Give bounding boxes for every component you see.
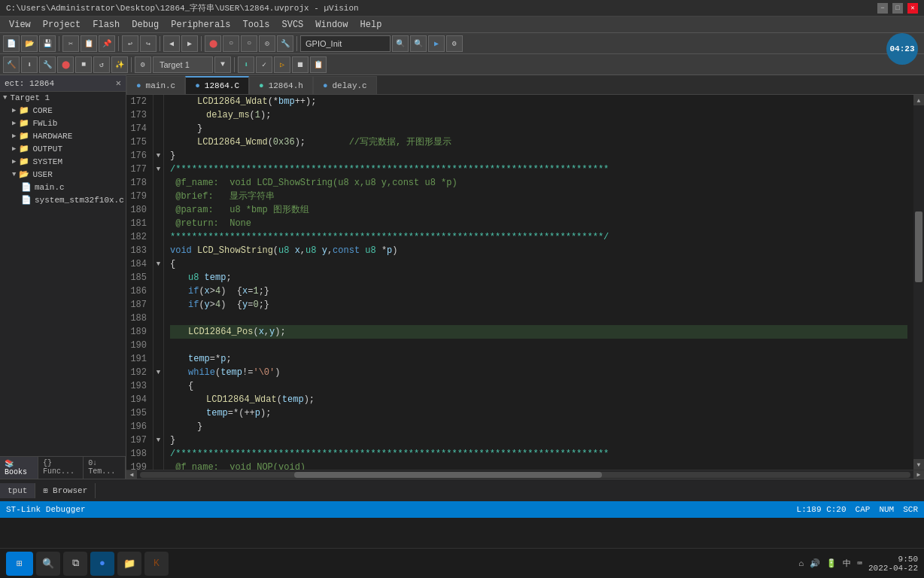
fold-176[interactable]: ▼: [157, 152, 160, 160]
open-btn[interactable]: 📂: [21, 35, 38, 52]
fold-184[interactable]: ▼: [157, 260, 160, 268]
tree-hardware[interactable]: ▶ 📁 HARDWARE: [0, 129, 126, 142]
run-debug-btn[interactable]: ▷: [274, 56, 290, 73]
debug-stop-btn[interactable]: ■: [75, 56, 92, 73]
h-scrollbar-area[interactable]: ◀ ▶: [126, 470, 924, 479]
tab-delay-c[interactable]: ● delay.c: [313, 76, 377, 94]
nav-back-btn[interactable]: ◀: [163, 35, 180, 52]
fold-193[interactable]: ▼: [157, 369, 160, 376]
tab-main-c[interactable]: ● main.c: [126, 76, 185, 94]
find-btn[interactable]: 🔍: [410, 35, 427, 52]
paste-btn[interactable]: 📌: [99, 35, 115, 52]
h-scroll-right[interactable]: ▶: [913, 470, 924, 479]
undo-btn[interactable]: ↩: [122, 35, 138, 52]
menu-svcs[interactable]: SVCS: [276, 18, 310, 32]
tree-output[interactable]: ▶ 📁 OUTPUT: [0, 142, 126, 155]
tree-core[interactable]: ▶ 📁 CORE: [0, 104, 126, 117]
chrome-icon: ●: [99, 558, 105, 569]
tree-system-c[interactable]: 📄 system_stm32f10x.c: [0, 193, 126, 206]
fold-177[interactable]: ▼: [157, 166, 160, 173]
sep2: [118, 36, 119, 51]
target-arrow[interactable]: ▼: [214, 56, 231, 73]
v-scrollbar[interactable]: ▲ ▼: [913, 95, 924, 470]
save-btn[interactable]: 💾: [39, 35, 56, 52]
browser-tab[interactable]: ⊞ Browser: [35, 483, 96, 498]
bkpt-btn[interactable]: ⬤: [205, 35, 221, 52]
verify-btn[interactable]: ✓: [256, 56, 272, 73]
taskbar-chrome[interactable]: ●: [90, 552, 114, 576]
copy-btn[interactable]: 📋: [81, 35, 97, 52]
cut-btn[interactable]: ✂: [62, 35, 79, 52]
debug-reset-btn[interactable]: ↺: [93, 56, 110, 73]
stop-debug-btn[interactable]: ⏹: [292, 56, 309, 73]
load-btn[interactable]: ⬇: [21, 56, 38, 73]
tree-user[interactable]: ▼ 📂 USER: [0, 168, 126, 181]
dbg-settings-btn[interactable]: ⚙: [446, 35, 463, 52]
close-button[interactable]: ✕: [907, 3, 918, 14]
temp-tab[interactable]: 0↓ Tem...: [84, 457, 126, 479]
menu-tools[interactable]: Tools: [236, 18, 275, 32]
minimize-button[interactable]: −: [877, 3, 888, 14]
target-selector[interactable]: [153, 56, 213, 73]
build-btn[interactable]: 🔨: [3, 56, 20, 73]
tree-target1[interactable]: ▼ Target 1: [0, 92, 126, 104]
num-indicator: NUM: [879, 505, 894, 514]
menu-debug[interactable]: Debug: [126, 18, 165, 32]
target-settings-btn[interactable]: ⚙: [135, 56, 151, 73]
debug-start-btn[interactable]: ⬤: [57, 56, 74, 73]
window-controls[interactable]: − □ ✕: [877, 3, 918, 14]
mem-btn[interactable]: 🔧: [277, 35, 293, 52]
v-scroll-thumb[interactable]: [915, 211, 922, 282]
menu-project[interactable]: Project: [37, 18, 87, 32]
search-taskbar[interactable]: 🔍: [36, 552, 60, 576]
v-scroll-up[interactable]: ▲: [913, 95, 924, 105]
code-lines[interactable]: LCD12864_Wdat(*bmp++); delay_ms(1); } LC…: [164, 95, 913, 470]
tab-12864-c[interactable]: ● 12864.C: [185, 76, 249, 94]
tree-system[interactable]: ▶ 📁 SYSTEM: [0, 155, 126, 168]
nav-fwd-btn[interactable]: ▶: [181, 35, 198, 52]
menu-help[interactable]: Help: [354, 18, 388, 32]
taskview-btn[interactable]: ⧉: [63, 552, 87, 576]
folder-icon-user: 📂: [19, 169, 29, 179]
periph-btn[interactable]: 🔧: [39, 56, 56, 73]
search-btn[interactable]: 🔍: [392, 35, 409, 52]
tree-user-label: USER: [32, 170, 52, 179]
step-btn[interactable]: ⊙: [259, 35, 275, 52]
status-right: L:189 C:20 CAP NUM SCR: [797, 505, 918, 514]
menu-peripherals[interactable]: Peripherals: [165, 18, 236, 32]
code-line-197: }: [170, 434, 907, 447]
maximize-button[interactable]: □: [892, 3, 903, 14]
taskbar-keil[interactable]: K: [144, 552, 169, 576]
start-button[interactable]: ⊞: [6, 552, 33, 576]
menu-flash[interactable]: Flash: [87, 18, 126, 32]
run2-btn[interactable]: ○: [241, 35, 257, 52]
taskbar-explorer[interactable]: 📁: [117, 552, 141, 576]
tree-main-c[interactable]: 📄 main.c: [0, 181, 126, 193]
code-line-191: temp=*p;: [170, 352, 907, 366]
download-btn[interactable]: ⬇: [238, 56, 254, 73]
toolbar2: 🔨 ⬇ 🔧 ⬤ ■ ↺ ✨ ⚙ ▼ ⬇ ✓ ▷ ⏹ 📋: [0, 54, 924, 75]
h-scroll-left[interactable]: ◀: [126, 470, 137, 479]
menu-window[interactable]: Window: [309, 18, 354, 32]
func-tab[interactable]: {} Func...: [38, 457, 84, 479]
code-line-188: [170, 312, 907, 325]
tab-12864-h[interactable]: ● 12864.h: [249, 76, 313, 94]
redo-btn[interactable]: ↪: [140, 35, 157, 52]
v-scroll-track[interactable]: [913, 105, 924, 459]
h-scroll-track[interactable]: [140, 472, 910, 478]
output-tab[interactable]: tput: [0, 483, 35, 498]
run-btn[interactable]: ○: [223, 35, 239, 52]
v-scroll-down[interactable]: ▼: [913, 459, 924, 470]
magic-wand-btn[interactable]: ✨: [111, 56, 128, 73]
books-tab[interactable]: 📚 Books: [0, 457, 38, 479]
function-search[interactable]: [300, 35, 391, 52]
project-close-btn[interactable]: ✕: [116, 78, 121, 89]
browser-icon: ⊞: [43, 487, 47, 495]
misc-btn[interactable]: 📋: [310, 56, 327, 73]
fold-198[interactable]: ▼: [157, 437, 160, 444]
tree-fwlib[interactable]: ▶ 📁 FWLib: [0, 117, 126, 129]
dbg-run-btn[interactable]: ▶: [428, 35, 445, 52]
h-scroll-thumb[interactable]: [294, 472, 603, 478]
menu-view[interactable]: View: [3, 18, 37, 32]
new-file-btn[interactable]: 📄: [3, 35, 20, 52]
